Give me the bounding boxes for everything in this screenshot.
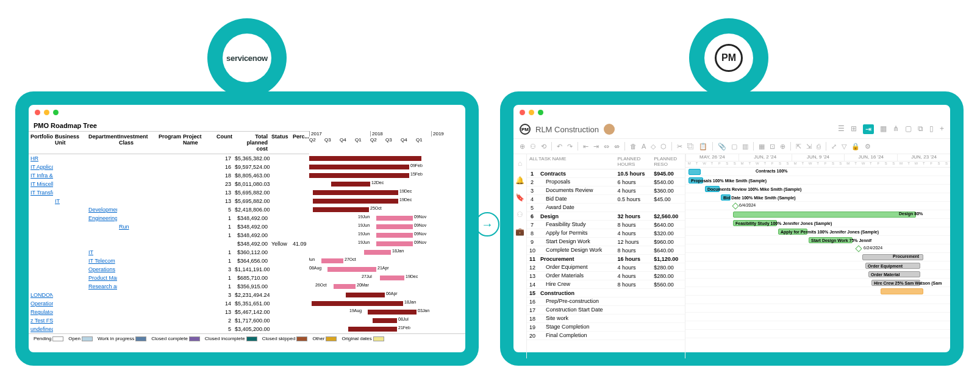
add-icon[interactable]: + <box>940 124 944 134</box>
filter-icon[interactable]: ▽ <box>842 143 846 151</box>
task-row[interactable]: 20 Final Completion <box>527 332 685 340</box>
table-row[interactable]: Product Management1$685,710.0027Jul19Dec <box>29 274 465 282</box>
gantt-row[interactable]: 6/4/2024 <box>685 202 950 210</box>
gantt-row[interactable] <box>685 313 950 321</box>
table-row[interactable]: $348,492.00Yellow41.0919Jun09Nov <box>29 240 465 248</box>
task-row[interactable]: 7 Feasibility Study8 hours$640.00 <box>527 221 685 229</box>
task-row[interactable]: 16 Prep/Pre-construction <box>527 297 685 306</box>
gear-icon[interactable]: ⚙ <box>865 143 871 151</box>
table-row[interactable]: Engineering1$348,492.0019Jun09Nov <box>29 214 465 222</box>
task-row[interactable]: 18 Site work <box>527 315 685 323</box>
gantt-row[interactable]: Design 80% <box>685 210 950 219</box>
lock-icon[interactable]: 🔒 <box>851 143 860 151</box>
indent-icon[interactable]: ⇥ <box>593 143 599 151</box>
table-row[interactable]: 1$348,492.0019Jun09Nov <box>29 231 465 240</box>
print-icon[interactable]: ⎙ <box>817 143 821 150</box>
gantt-row[interactable]: Apply for Permits 100% Jennifer Jones (S… <box>685 227 950 236</box>
expand-icon[interactable]: ⤢ <box>831 143 837 151</box>
gantt-row[interactable]: Start Design Work 75% Jennif <box>685 236 950 244</box>
home-icon[interactable]: ⌂ <box>518 159 522 168</box>
view-list-icon[interactable]: ☰ <box>838 124 845 134</box>
gantt-row[interactable] <box>685 304 950 313</box>
bell-icon[interactable]: 🔔 <box>515 176 524 185</box>
view-doc-icon[interactable]: ▢ <box>905 124 912 134</box>
add-task-icon[interactable]: ⊕ <box>520 143 525 151</box>
gantt-row[interactable]: Contracts 100% <box>685 168 950 176</box>
gantt-row[interactable]: Proposals 100% Mike Smith (Sample) <box>685 176 950 185</box>
people-icon[interactable]: ⚇ <box>517 210 523 219</box>
view-gantt-icon[interactable]: ⇥ <box>863 124 874 134</box>
paste-icon[interactable]: 📋 <box>699 143 707 151</box>
grid-icon[interactable]: ▦ <box>759 143 765 151</box>
gantt-row[interactable] <box>685 330 950 338</box>
table-row[interactable]: Development5$2,418,806.0023May25Oct <box>29 205 465 214</box>
task-row[interactable]: 1Contracts10.5 hours$945.00 <box>527 169 685 178</box>
view-copy-icon[interactable]: ⧉ <box>918 124 923 134</box>
briefcase-icon[interactable]: 💼 <box>515 227 524 236</box>
task-row[interactable]: 17 Construction Start Date <box>527 306 685 315</box>
table-row[interactable]: Regulatory and Compliance13$5,467,142.00… <box>29 308 465 316</box>
gantt-row[interactable]: Order Material <box>685 270 950 279</box>
import-icon[interactable]: ⇲ <box>806 143 812 151</box>
cut-icon[interactable]: ✂ <box>677 143 682 151</box>
attach-icon[interactable]: 📎 <box>718 143 726 151</box>
user-icon[interactable]: ⚇ <box>530 143 536 151</box>
table-row[interactable]: IT Infra & Operations18$8,805,463.0027Ap… <box>29 171 465 180</box>
table-row[interactable]: IT Applications Modernization16$9,597,52… <box>29 163 465 171</box>
zoom-icon[interactable]: ⊕ <box>780 143 785 151</box>
export-icon[interactable]: ⇱ <box>796 143 801 151</box>
outdent-icon[interactable]: ⇤ <box>583 143 588 151</box>
table-row[interactable]: HR17$5,365,382.0006May <box>29 154 465 163</box>
view-board-icon[interactable]: ⊞ <box>851 124 857 134</box>
task-row[interactable]: 13 Order Materials4 hours$280.00 <box>527 272 685 280</box>
fit-icon[interactable]: ⊡ <box>770 143 775 151</box>
task-row[interactable]: 15Construction <box>527 289 685 297</box>
task-row[interactable]: 8 Apply for Permits4 hours$320.00 <box>527 229 685 238</box>
view-calendar-icon[interactable]: ▦ <box>880 124 887 134</box>
columns-icon[interactable]: ▥ <box>742 143 748 151</box>
task-row[interactable]: 5 Award Date <box>527 204 685 212</box>
table-row[interactable]: IT1$360,112.0018Jan <box>29 248 465 257</box>
unlink-icon[interactable]: ⇎ <box>614 143 620 151</box>
table-row[interactable]: Operations and Facilities14$5,351,651.00… <box>29 299 465 308</box>
gantt-row[interactable]: Bid Date 100% Mike Smith (Sample) <box>685 193 950 202</box>
table-row[interactable]: Operations3$1,141,191.0008Aug21Apr <box>29 265 465 274</box>
font-icon[interactable]: A <box>642 143 646 150</box>
task-row[interactable]: 3 Documents Review4 hours$360.00 <box>527 187 685 195</box>
note-icon[interactable]: ▢ <box>731 143 737 151</box>
tag-icon[interactable]: ◇ <box>651 143 656 151</box>
table-row[interactable]: IT Transformation13$5,695,882.0023May19D… <box>29 188 465 197</box>
redo-icon[interactable]: ↷ <box>567 143 573 151</box>
gantt-chart[interactable]: MAY, 26 '24JUN, 2 '24JUN, 9 '24JUN, 16 '… <box>685 154 950 358</box>
gantt-row[interactable] <box>685 296 950 304</box>
table-row[interactable]: Run1$348,492.0019Jun09Nov <box>29 222 465 231</box>
gantt-row[interactable]: Hire Crew 25% Sam Watson (Sam <box>685 279 950 287</box>
task-row[interactable]: 14 Hire Crew8 hours$560.00 <box>527 280 685 289</box>
table-row[interactable]: undefined5$3,405,200.0021Feb <box>29 325 465 333</box>
table-row[interactable]: IT13$5,695,882.0023May19Dec <box>29 197 465 205</box>
gantt-row[interactable] <box>685 287 950 296</box>
link-icon[interactable]: ⇔ <box>604 143 609 151</box>
percent-icon[interactable]: ⬡ <box>660 143 667 151</box>
task-row[interactable]: 12 Order Equipment4 hours$280.00 <box>527 263 685 272</box>
trash-icon[interactable]: 🗑 <box>630 143 637 150</box>
table-row[interactable]: IT Miscellaneous23$8,011,080.0312Dec <box>29 180 465 188</box>
gantt-row[interactable]: Feasibility Study 100% Jennifer Jones (S… <box>685 219 950 227</box>
task-row[interactable]: 4 Bid Date0.5 hours$45.00 <box>527 195 685 204</box>
task-row[interactable]: 19 Stage Completion <box>527 323 685 332</box>
task-row[interactable]: 9 Start Design Work12 hours$960.00 <box>527 238 685 246</box>
gantt-row[interactable] <box>685 321 950 330</box>
copy-icon[interactable]: ⿻ <box>687 143 694 150</box>
task-row[interactable]: 10 Complete Design Work8 hours$640.00 <box>527 246 685 255</box>
task-row[interactable]: 2 Proposals6 hours$540.00 <box>527 178 685 187</box>
gantt-row[interactable]: Procurement <box>685 253 950 261</box>
task-row[interactable]: 11Procurement16 hours$1,120.00 <box>527 255 685 263</box>
view-chart-icon[interactable]: ⋔ <box>893 124 899 134</box>
avatar[interactable] <box>604 124 615 135</box>
undo-icon[interactable]: ↶ <box>557 143 562 151</box>
view-page-icon[interactable]: ▯ <box>929 124 934 134</box>
bookmark-icon[interactable]: 🔖 <box>515 193 524 202</box>
task-row[interactable]: 6Design32 hours$2,560.00 <box>527 212 685 221</box>
table-row[interactable]: z Test FSC2$1,717,600.0008Jul <box>29 316 465 325</box>
gantt-row[interactable]: 6/24/2024 <box>685 244 950 253</box>
